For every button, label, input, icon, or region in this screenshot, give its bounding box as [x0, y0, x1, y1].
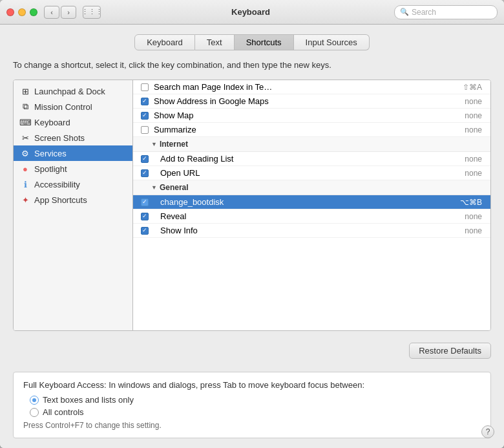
shortcut-row-reveal[interactable]: Reveal none — [133, 209, 490, 224]
sidebar-label-launchpad-dock: Launchpad & Dock — [34, 87, 105, 96]
radio-text-boxes[interactable]: Text boxes and lists only — [30, 395, 481, 405]
screen-shots-icon: ✂ — [20, 133, 30, 143]
cb-area-show-address — [138, 98, 151, 105]
right-panel: Search man Page Index in Te… ⇧⌘A Show Ad… — [133, 80, 490, 330]
cb-area-open-url — [138, 169, 151, 177]
internet-triangle-icon: ▼ — [151, 141, 157, 147]
cb-area-reveal — [138, 213, 151, 220]
launchpad-icon: ⊞ — [20, 86, 30, 96]
sidebar-item-accessibility[interactable]: ℹ Accessibility — [14, 176, 132, 192]
group-header-internet[interactable]: ▼ Internet — [133, 137, 490, 152]
checkbox-summarize[interactable] — [141, 126, 149, 134]
checkbox-add-reading-list[interactable] — [141, 155, 149, 163]
radio-all-controls[interactable]: All controls — [30, 407, 481, 417]
fka-title: Full Keyboard Access: In windows and dia… — [23, 380, 481, 390]
shortcut-key-show-info: none — [446, 226, 485, 235]
shortcut-key-add-reading-list: none — [446, 155, 485, 164]
scrollbar-thumb[interactable] — [135, 330, 140, 331]
radio-circle-text-boxes[interactable] — [30, 396, 39, 405]
shortcut-key-change-bootdisk: ⌥⌘B — [446, 198, 485, 207]
mission-control-icon: ⧉ — [20, 101, 30, 112]
maximize-button[interactable] — [30, 8, 37, 16]
shortcuts-list: Search man Page Index in Te… ⇧⌘A Show Ad… — [133, 80, 490, 330]
keyboard-icon: ⌨ — [20, 117, 30, 127]
sidebar-item-mission-control[interactable]: ⧉ Mission Control — [14, 99, 132, 114]
shortcut-name-open-url: Open URL — [151, 168, 446, 178]
shortcut-row-show-info[interactable]: Show Info none — [133, 224, 490, 238]
sidebar-item-app-shortcuts[interactable]: ✦ App Shortcuts — [14, 192, 132, 208]
shortcut-row-add-reading-list[interactable]: Add to Reading List none — [133, 152, 490, 166]
app-shortcuts-icon: ✦ — [20, 195, 30, 205]
cb-area-change-bootdisk — [138, 198, 151, 206]
checkbox-search-man[interactable] — [141, 83, 149, 91]
sidebar-label-app-shortcuts: App Shortcuts — [34, 195, 87, 205]
window-title: Keyboard — [107, 7, 394, 17]
sidebar-item-spotlight[interactable]: ● Spotlight — [14, 161, 132, 176]
shortcut-key-summarize: none — [446, 125, 485, 134]
cb-area-search-man — [138, 83, 151, 91]
shortcut-key-reveal: none — [446, 212, 485, 221]
main-panel: ⊞ Launchpad & Dock ⧉ Mission Control ⌨ K… — [13, 80, 491, 331]
shortcut-row-search-man[interactable]: Search man Page Index in Te… ⇧⌘A — [133, 80, 490, 94]
shortcut-row-summarize[interactable]: Summarize none — [133, 123, 490, 137]
tabs: Keyboard Text Shortcuts Input Sources — [13, 34, 491, 50]
general-triangle-icon: ▼ — [151, 184, 157, 191]
close-button[interactable] — [6, 8, 14, 16]
radio-circle-all-controls[interactable] — [30, 408, 39, 417]
shortcut-row-show-map[interactable]: Show Map none — [133, 109, 490, 123]
sidebar-item-services[interactable]: ⚙ Services — [14, 145, 132, 161]
instruction-text: To change a shortcut, select it, click t… — [13, 60, 491, 70]
shortcut-name-summarize: Summarize — [151, 125, 446, 134]
radio-label-text-boxes: Text boxes and lists only — [43, 395, 134, 405]
accessibility-icon: ℹ — [20, 179, 30, 189]
shortcut-row-change-bootdisk[interactable]: change_bootdisk ⌥⌘B — [133, 195, 490, 209]
shortcut-row-open-url[interactable]: Open URL none — [133, 166, 490, 180]
back-button[interactable]: ‹ — [44, 6, 59, 19]
tab-text[interactable]: Text — [195, 34, 235, 50]
checkbox-show-info[interactable] — [141, 227, 149, 235]
cb-area-summarize — [138, 126, 151, 134]
group-label-internet: Internet — [160, 140, 188, 149]
grid-button[interactable]: ⋮⋮⋮ — [83, 6, 101, 19]
group-label-general: General — [160, 183, 189, 192]
group-header-general[interactable]: ▼ General — [133, 180, 490, 195]
cb-area-add-reading-list — [138, 155, 151, 163]
help-button[interactable]: ? — [481, 425, 494, 438]
shortcut-name-add-reading-list: Add to Reading List — [151, 154, 446, 164]
tab-keyboard[interactable]: Keyboard — [134, 34, 195, 50]
minimize-button[interactable] — [18, 8, 26, 16]
checkbox-show-address[interactable] — [141, 98, 149, 105]
sidebar-item-screen-shots[interactable]: ✂ Screen Shots — [14, 130, 132, 145]
search-box[interactable]: 🔍 Search — [394, 5, 498, 19]
checkbox-show-map[interactable] — [141, 112, 149, 120]
shortcut-key-search-man: ⇧⌘A — [446, 83, 485, 92]
search-placeholder: Search — [412, 8, 436, 17]
restore-defaults-button[interactable]: Restore Defaults — [409, 343, 491, 359]
shortcut-name-show-address: Show Address in Google Maps — [151, 96, 446, 106]
radio-group: Text boxes and lists only All controls — [30, 395, 481, 417]
sidebar-item-launchpad-dock[interactable]: ⊞ Launchpad & Dock — [14, 83, 132, 99]
spotlight-icon: ● — [20, 164, 30, 174]
sidebar-label-screen-shots: Screen Shots — [34, 133, 85, 143]
cb-area-show-info — [138, 227, 151, 235]
shortcut-row-show-address[interactable]: Show Address in Google Maps none — [133, 94, 490, 109]
sidebar-label-spotlight: Spotlight — [34, 164, 67, 174]
shortcut-name-reveal: Reveal — [151, 211, 446, 221]
content-area: Keyboard Text Shortcuts Input Sources To… — [0, 25, 504, 448]
cb-area-show-map — [138, 112, 151, 120]
forward-button[interactable]: › — [61, 6, 76, 19]
titlebar: ‹ › ⋮⋮⋮ Keyboard 🔍 Search — [0, 0, 504, 25]
shortcut-name-change-bootdisk: change_bootdisk — [151, 197, 446, 207]
tab-shortcuts[interactable]: Shortcuts — [235, 34, 294, 50]
full-keyboard-access-section: Full Keyboard Access: In windows and dia… — [13, 372, 491, 438]
sidebar-item-keyboard[interactable]: ⌨ Keyboard — [14, 114, 132, 130]
checkbox-change-bootdisk[interactable] — [141, 198, 149, 206]
search-icon: 🔍 — [400, 8, 409, 16]
shortcut-name-search-man: Search man Page Index in Te… — [151, 82, 446, 92]
services-icon: ⚙ — [20, 148, 30, 158]
checkbox-reveal[interactable] — [141, 213, 149, 220]
sidebar-label-keyboard: Keyboard — [34, 118, 70, 127]
checkbox-open-url[interactable] — [141, 169, 149, 177]
tab-input-sources[interactable]: Input Sources — [294, 34, 370, 50]
shortcut-key-show-map: none — [446, 111, 485, 120]
